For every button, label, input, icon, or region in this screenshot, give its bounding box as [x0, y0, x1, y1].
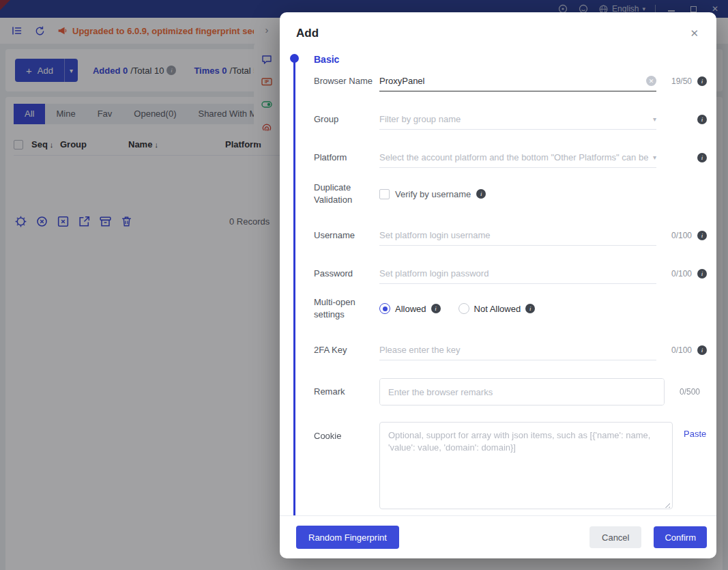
- section-basic-heading: Basic: [314, 53, 700, 66]
- info-icon[interactable]: i: [525, 304, 535, 313]
- allowed-label: Allowed: [395, 304, 426, 314]
- section-timeline: [293, 57, 295, 515]
- browser-name-label: Browser Name: [314, 75, 379, 87]
- browser-name-input[interactable]: [379, 76, 646, 86]
- password-input[interactable]: [379, 268, 656, 279]
- info-icon[interactable]: i: [697, 76, 707, 86]
- info-icon[interactable]: i: [697, 269, 707, 279]
- field-browser-name: Browser Name ✕ 19/50 i: [314, 71, 700, 91]
- browser-name-counter: 19/50: [666, 76, 692, 86]
- multiopen-label: Multi-open settings: [314, 296, 379, 321]
- cancel-button[interactable]: Cancel: [589, 526, 641, 548]
- group-label: Group: [314, 113, 379, 126]
- not-allowed-label: Not Allowed: [474, 304, 521, 314]
- close-icon[interactable]: ✕: [690, 27, 699, 40]
- modal-header: Add ✕: [280, 12, 716, 51]
- field-username: Username 0/100 i: [314, 225, 700, 246]
- field-multiopen: Multi-open settings Allowed i Not Allowe…: [314, 296, 700, 321]
- cookie-textarea[interactable]: [379, 422, 673, 509]
- tfa-key-input[interactable]: [379, 345, 656, 355]
- password-counter: 0/100: [666, 269, 692, 279]
- field-2fa-key: 2FA Key 0/100 i: [314, 340, 700, 360]
- caret-down-icon[interactable]: ▾: [653, 115, 656, 123]
- info-icon[interactable]: i: [697, 153, 707, 162]
- random-fingerprint-button[interactable]: Random Fingerprint: [296, 526, 399, 549]
- tfa-counter: 0/100: [666, 345, 692, 355]
- cookie-label: Cookie: [314, 422, 379, 442]
- field-duplicate-validation: Duplicate Validation Verify by username …: [314, 180, 700, 208]
- password-label: Password: [314, 268, 379, 280]
- field-platform: Platform ▾ i: [314, 147, 700, 168]
- verify-username-label: Verify by username: [395, 189, 471, 199]
- field-password: Password 0/100 i: [314, 263, 700, 284]
- confirm-button[interactable]: Confirm: [654, 526, 707, 548]
- radio-unselected-icon: [458, 303, 469, 314]
- remark-textarea[interactable]: [379, 378, 665, 405]
- platform-select[interactable]: [379, 152, 649, 162]
- platform-label: Platform: [314, 152, 379, 164]
- username-input[interactable]: [379, 230, 656, 240]
- tfa-label: 2FA Key: [314, 344, 379, 356]
- field-cookie: Cookie Paste: [314, 422, 700, 512]
- modal-footer: Random Fingerprint Cancel Confirm: [280, 515, 716, 558]
- info-icon[interactable]: i: [697, 115, 707, 124]
- paste-link[interactable]: Paste: [684, 429, 706, 439]
- clear-icon[interactable]: ✕: [646, 76, 656, 86]
- add-browser-modal: Add ✕ Basic Browser Name ✕ 19/50 i: [280, 12, 716, 558]
- modal-title: Add: [296, 27, 319, 40]
- username-counter: 0/100: [666, 231, 692, 240]
- caret-down-icon[interactable]: ▾: [653, 154, 656, 161]
- field-remark: Remark 0/500: [314, 378, 700, 405]
- screen: English ▾ ✕ Upgraded to 6.0.9, optimized…: [0, 0, 728, 570]
- modal-body: Basic Browser Name ✕ 19/50 i Group: [280, 51, 716, 515]
- info-icon[interactable]: i: [476, 189, 486, 199]
- info-icon[interactable]: i: [697, 231, 707, 240]
- radio-selected-icon: [379, 303, 390, 314]
- username-label: Username: [314, 229, 379, 242]
- multiopen-allowed-option[interactable]: Allowed i: [379, 303, 441, 314]
- info-icon[interactable]: i: [431, 304, 441, 313]
- section-dot: [290, 54, 299, 63]
- group-select[interactable]: [379, 114, 649, 124]
- field-group: Group ▾ i: [314, 109, 700, 130]
- duplicate-validation-label: Duplicate Validation: [314, 182, 379, 206]
- info-icon[interactable]: i: [697, 345, 707, 355]
- remark-counter: 0/500: [674, 387, 700, 397]
- multiopen-not-allowed-option[interactable]: Not Allowed i: [458, 303, 536, 314]
- remark-label: Remark: [314, 386, 379, 398]
- verify-username-checkbox[interactable]: [379, 189, 390, 199]
